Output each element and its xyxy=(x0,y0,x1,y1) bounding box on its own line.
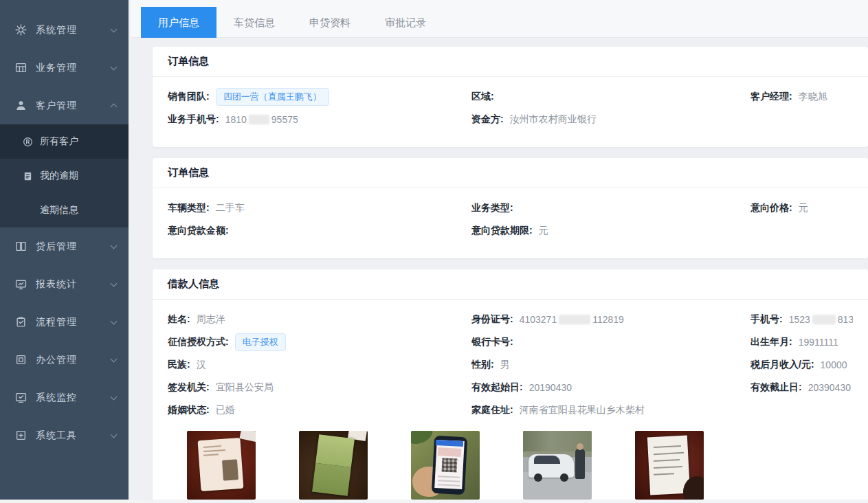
sidebar-item-report-statistics[interactable]: 报表统计 xyxy=(0,265,129,303)
sidebar-item-system-management[interactable]: 系统管理 xyxy=(0,11,129,49)
field-id-number: 身份证号: 4103271112819 xyxy=(471,308,750,331)
field-value: 宜阳县公安局 xyxy=(216,381,274,394)
tab-approval-record[interactable]: 审批记录 xyxy=(368,7,443,38)
field-empty xyxy=(750,399,853,421)
tab-bar: 用户信息 车贷信息 申贷资料 审批记录 xyxy=(131,0,868,38)
sidebar-item-label: 业务管理 xyxy=(36,62,111,74)
field-label: 销售团队: xyxy=(168,91,210,103)
photo-figure: 征信授权 xyxy=(411,431,480,503)
field-value: 汝州市农村商业银行 xyxy=(510,113,597,126)
field-sales-team: 销售团队: 四团一营（直属王鹏飞） xyxy=(168,85,471,108)
photo-detail xyxy=(534,456,560,464)
order-info-2-fields: 车辆类型: 二手车 业务类型: 意向价格: 元 意向贷款金额: 意向贷款期限: xyxy=(153,188,868,258)
field-label: 身份证号: xyxy=(471,313,513,326)
sidebar-item-label: 逾期信息 xyxy=(40,204,78,216)
green-booklet-photo-thumbnail[interactable] xyxy=(299,431,368,500)
field-business-phone: 业务手机号: 181095575 xyxy=(168,108,471,131)
sidebar-item-post-loan-management[interactable]: 贷后管理 xyxy=(0,227,129,265)
field-vehicle-type: 车辆类型: 二手车 xyxy=(168,197,471,219)
field-label: 车辆类型: xyxy=(168,202,210,214)
sidebar-item-all-customers[interactable]: 所有客户 xyxy=(0,124,129,159)
registered-circle-icon xyxy=(23,137,33,147)
tab-user-info[interactable]: 用户信息 xyxy=(141,7,216,38)
order-info-1-fields: 销售团队: 四团一营（直属王鹏飞） 区域: 客户经理: 李晓旭 业务手机号: 1… xyxy=(153,77,868,147)
field-label: 有效起始日: xyxy=(471,381,523,394)
field-birth-date: 出生年月: 19911111 xyxy=(750,331,853,353)
sidebar-item-label: 我的逾期 xyxy=(40,170,78,182)
field-label: 税后月收入/元: xyxy=(750,359,814,371)
field-ethnicity: 民族: 汉 xyxy=(168,353,471,376)
photo-detail xyxy=(239,431,256,443)
field-mobile: 手机号: 15238137 xyxy=(750,308,853,331)
field-credit-auth-method: 征信授权方式: 电子授权 xyxy=(168,331,471,353)
field-label: 家庭住址: xyxy=(471,404,513,416)
photo-detail xyxy=(575,449,585,479)
sidebar-item-label: 流程管理 xyxy=(36,316,111,328)
chevron-down-icon xyxy=(111,355,118,362)
field-label: 资金方: xyxy=(471,113,504,126)
sidebar-item-my-overdue[interactable]: 我的逾期 xyxy=(0,159,129,193)
photo-detail xyxy=(312,434,355,496)
order-info-card-1: 订单信息 销售团队: 四团一营（直属王鹏飞） 区域: 客户经理: 李晓旭 业务手… xyxy=(153,47,868,147)
field-label: 征信授权方式: xyxy=(168,336,229,348)
main-content: 用户信息 车贷信息 申贷资料 审批记录 订单信息 销售团队: 四团一营（直属王鹏… xyxy=(131,0,868,503)
field-label: 业务手机号: xyxy=(168,113,219,126)
field-label: 意向贷款金额: xyxy=(168,225,229,237)
sidebar-item-label: 贷后管理 xyxy=(36,241,111,253)
sidebar-item-label: 办公管理 xyxy=(36,354,111,366)
sidebar-item-system-monitor[interactable]: 系统监控 xyxy=(0,379,129,416)
tab-car-loan-info[interactable]: 车贷信息 xyxy=(216,7,292,38)
customer-management-submenu: 所有客户 我的逾期 逾期信息 xyxy=(0,124,129,227)
field-monthly-income: 税后月收入/元: 10000 xyxy=(750,353,853,376)
table-icon xyxy=(15,62,27,74)
sidebar-item-system-tools[interactable]: 系统工具 xyxy=(0,416,129,454)
field-value: 元 xyxy=(539,225,548,237)
photo-figure: 其他材料 xyxy=(635,431,704,503)
field-gender: 性别: 男 xyxy=(471,353,750,376)
field-valid-end-date: 有效截止日: 20390430 xyxy=(750,376,853,399)
credit-auth-tag[interactable]: 电子授权 xyxy=(235,333,286,351)
chevron-down-icon xyxy=(111,317,118,324)
id-card-photo-thumbnail[interactable] xyxy=(187,431,256,500)
person-with-car-photo-thumbnail[interactable] xyxy=(523,431,592,500)
monitor-check-icon xyxy=(15,392,27,403)
borrower-info-card: 借款人信息 姓名: 周志洋 身份证号: 4103271112819 手机号: 1… xyxy=(153,269,868,503)
sidebar-item-overdue-info[interactable]: 逾期信息 xyxy=(0,193,129,227)
field-label: 意向价格: xyxy=(750,202,792,214)
tab-loan-application-docs[interactable]: 申贷资料 xyxy=(292,7,368,38)
field-account-manager: 客户经理: 李晓旭 xyxy=(750,85,853,108)
field-intent-loan-term: 意向贷款期限: 元 xyxy=(471,219,750,242)
photo-figure: 人车合影 xyxy=(523,431,592,503)
sidebar-item-office-management[interactable]: 办公管理 xyxy=(0,341,129,379)
user-icon xyxy=(15,100,27,111)
borrower-info-body: 姓名: 周志洋 身份证号: 4103271112819 手机号: 1523813… xyxy=(153,300,868,503)
order-info-card-2: 订单信息 车辆类型: 二手车 业务类型: 意向价格: 元 意向贷款金额: xyxy=(153,158,868,258)
phone-qr-photo-thumbnail[interactable] xyxy=(411,431,480,500)
handwritten-document-photo-thumbnail[interactable] xyxy=(635,431,704,500)
photo-detail xyxy=(441,458,457,472)
sales-team-tag[interactable]: 四团一营（直属王鹏飞） xyxy=(216,88,329,106)
field-value: 二手车 xyxy=(216,202,245,214)
open-book-icon xyxy=(15,241,27,252)
card-title: 订单信息 xyxy=(153,47,868,77)
field-name: 姓名: 周志洋 xyxy=(168,308,471,331)
field-value: 19911111 xyxy=(799,337,838,348)
sidebar-item-customer-management[interactable]: 客户管理 xyxy=(0,87,129,124)
chevron-down-icon xyxy=(111,280,118,287)
sidebar-item-business-management[interactable]: 业务管理 xyxy=(0,49,129,87)
field-value: 181095575 xyxy=(225,114,298,125)
sidebar-item-label: 报表统计 xyxy=(36,278,111,291)
horizontal-scrollbar[interactable] xyxy=(0,500,868,503)
field-valid-start-date: 有效起始日: 20190430 xyxy=(471,376,750,399)
field-marital-status: 婚姻状态: 已婚 xyxy=(168,399,471,421)
field-value: 15238137 xyxy=(789,314,853,325)
redacted-text xyxy=(559,315,590,324)
field-issuing-authority: 签发机关: 宜阳县公安局 xyxy=(168,376,471,399)
field-label: 民族: xyxy=(168,359,190,371)
sidebar-item-label: 客户管理 xyxy=(36,100,111,112)
field-business-type: 业务类型: xyxy=(471,197,750,219)
sidebar-item-process-management[interactable]: 流程管理 xyxy=(0,303,129,341)
sidebar-item-label: 所有客户 xyxy=(40,135,78,148)
field-value: 20390430 xyxy=(808,382,851,393)
sidebar-item-label: 系统工具 xyxy=(36,429,111,442)
